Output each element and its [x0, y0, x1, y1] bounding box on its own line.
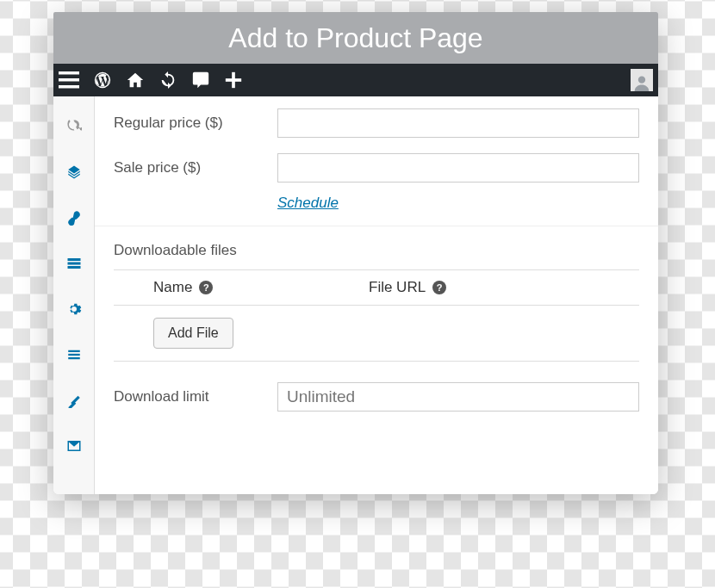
tab-ticket[interactable] [53, 377, 95, 423]
page-title: Add to Product Page [228, 22, 482, 54]
svg-rect-11 [68, 357, 80, 359]
download-limit-input[interactable] [277, 382, 639, 412]
download-limit-label: Download limit [114, 388, 277, 405]
svg-rect-6 [67, 258, 80, 261]
col-url-label: File URL [369, 279, 426, 296]
page-header: Add to Product Page [53, 12, 658, 64]
tab-attributes[interactable] [53, 240, 95, 286]
product-tabs [53, 96, 95, 494]
svg-rect-1 [59, 78, 79, 82]
svg-rect-7 [67, 262, 80, 264]
admin-bar [53, 64, 658, 96]
wordpress-logo-icon[interactable] [93, 71, 112, 90]
comment-icon[interactable] [191, 71, 210, 90]
svg-rect-4 [226, 78, 241, 82]
svg-rect-0 [59, 71, 79, 75]
refresh-icon[interactable] [159, 71, 177, 90]
sale-price-input[interactable] [277, 153, 639, 183]
tab-linked[interactable] [53, 195, 95, 240]
regular-price-label: Regular price ($) [114, 115, 277, 132]
tab-list[interactable] [53, 331, 95, 377]
svg-rect-8 [67, 266, 80, 269]
menu-icon[interactable] [59, 71, 79, 89]
avatar[interactable] [631, 69, 653, 91]
help-icon[interactable]: ? [432, 281, 446, 294]
tab-inventory[interactable] [53, 149, 95, 195]
files-table-header: Name ? File URL ? [114, 269, 639, 306]
col-name-label: Name [153, 279, 192, 296]
schedule-link[interactable]: Schedule [277, 195, 339, 212]
svg-rect-2 [59, 85, 79, 89]
tab-email[interactable] [53, 423, 95, 468]
svg-point-5 [638, 77, 645, 84]
tab-advanced[interactable] [53, 286, 95, 331]
add-file-button[interactable]: Add File [153, 318, 233, 349]
downloadable-files-title: Downloadable files [95, 226, 658, 269]
home-icon[interactable] [126, 71, 145, 90]
sale-price-label: Sale price ($) [114, 159, 277, 176]
general-pane: Regular price ($) Sale price ($) Schedul… [95, 96, 658, 494]
help-icon[interactable]: ? [199, 281, 213, 294]
plus-icon[interactable] [224, 71, 243, 90]
window: Add to Product Page [53, 12, 658, 494]
svg-rect-9 [68, 350, 80, 351]
regular-price-input[interactable] [277, 108, 639, 138]
svg-rect-10 [68, 353, 80, 355]
tab-general[interactable] [53, 103, 95, 149]
